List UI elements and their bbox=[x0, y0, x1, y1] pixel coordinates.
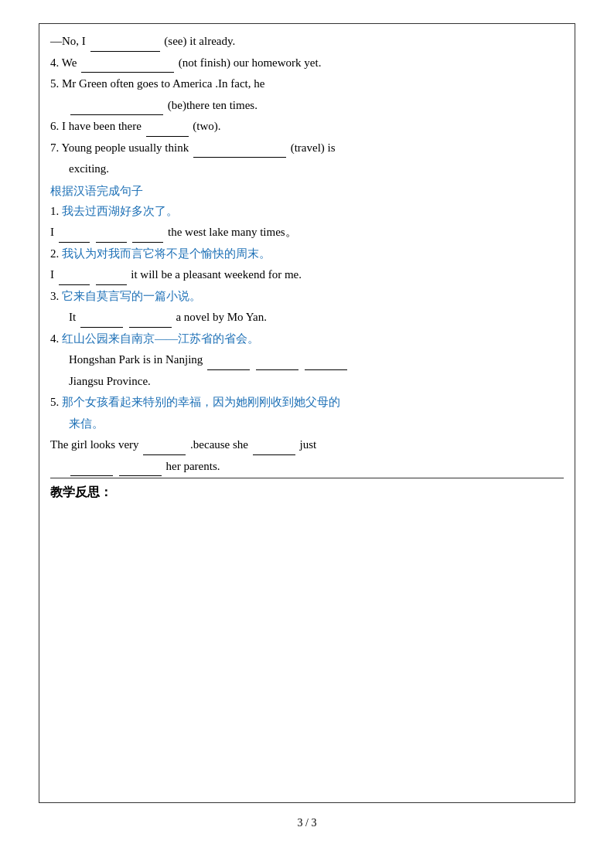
blank-cn1-3 bbox=[132, 242, 163, 243]
text-mr-green: Mr Green often goes to America .In fact,… bbox=[62, 77, 264, 90]
text-young-people: Young people usually think bbox=[61, 141, 189, 154]
cn5-english-b: her parents. bbox=[50, 457, 564, 477]
text-we: We bbox=[62, 56, 77, 69]
text-no-i: —No, I bbox=[50, 35, 86, 47]
num-4: 4. bbox=[50, 56, 59, 69]
cn5-en-start: The girl looks very bbox=[50, 438, 139, 451]
cn1-chinese: 1. 我去过西湖好多次了。 bbox=[50, 202, 564, 222]
text-exciting: exciting. bbox=[69, 162, 109, 175]
cn3-english: It a novel by Mo Yan. bbox=[50, 308, 564, 328]
line-5b-be: (be)there ten times. bbox=[50, 96, 564, 116]
jiaoxue-label: 教学反思： bbox=[50, 485, 564, 501]
cn5-chinese-a: 5. 那个女孩看起来特别的幸福，因为她刚刚收到她父母的 bbox=[50, 393, 564, 413]
cn5-english-a: The girl looks very .because she just bbox=[50, 435, 564, 455]
cn5-en-just: just bbox=[300, 438, 317, 451]
cn3-chinese: 3. 它来自莫言写的一篇小说。 bbox=[50, 287, 564, 307]
line-7b-exciting: exciting. bbox=[50, 159, 564, 179]
blank-cn4-2 bbox=[256, 369, 298, 370]
text-be-hint: (be)there ten times. bbox=[168, 99, 258, 111]
cn4-en-end: Jiangsu Province. bbox=[69, 375, 151, 387]
blank-see bbox=[90, 51, 160, 52]
blank-cn4-3 bbox=[305, 369, 347, 370]
num-6: 6. bbox=[50, 120, 59, 132]
cn5-text2: 来信。 bbox=[69, 417, 104, 430]
num-7: 7. bbox=[50, 141, 59, 154]
cn3-num: 3. bbox=[50, 290, 59, 302]
cn3-en-end: a novel by Mo Yan. bbox=[176, 311, 267, 323]
cn4-english-b: Jiangsu Province. bbox=[50, 372, 564, 392]
blank-cn2-1 bbox=[59, 284, 90, 285]
main-content: —No, I (see) it already. 4. We (not fini… bbox=[39, 23, 575, 803]
line-6: 6. I have been there (two). bbox=[50, 117, 564, 137]
blank-cn5-1 bbox=[143, 454, 186, 455]
cn1-text: 我去过西湖好多次了。 bbox=[62, 205, 178, 217]
cn2-en-i: I bbox=[50, 268, 54, 281]
page-number: 3 / 3 bbox=[39, 817, 575, 829]
cn1-english: I the west lake many times。 bbox=[50, 223, 564, 243]
line-5-mr-green: 5. Mr Green often goes to America .In fa… bbox=[50, 74, 564, 94]
blank-cn3-2 bbox=[129, 327, 172, 328]
cn5-text: 那个女孩看起来特别的幸福，因为她刚刚收到她父母的 bbox=[62, 396, 340, 408]
section-title-chinese: 根据汉语完成句子 bbox=[50, 184, 564, 199]
blank-cn5-2 bbox=[253, 454, 295, 455]
blank-cn5-4 bbox=[119, 475, 162, 476]
blank-two bbox=[146, 136, 189, 137]
cn2-text: 我认为对我而言它将不是个愉快的周末。 bbox=[62, 247, 271, 260]
cn4-num: 4. bbox=[50, 332, 59, 345]
blank-not-finish bbox=[81, 72, 174, 73]
cn5-en-because: .because she bbox=[190, 438, 248, 451]
blank-cn4-1 bbox=[207, 369, 250, 370]
cn1-en-end: the west lake many times。 bbox=[168, 226, 297, 238]
blank-cn3-1 bbox=[80, 327, 123, 328]
num-5: 5. bbox=[50, 77, 59, 90]
cn4-text: 红山公园来自南京——江苏省的省会。 bbox=[62, 332, 259, 345]
text-have-been: I have been there bbox=[62, 120, 142, 132]
cn1-num: 1. bbox=[50, 205, 59, 217]
line-no-i: —No, I (see) it already. bbox=[50, 32, 564, 52]
footer-section: 教学反思： bbox=[50, 478, 564, 563]
cn1-en-i: I bbox=[50, 226, 54, 238]
cn4-chinese: 4. 红山公园来自南京——江苏省的省会。 bbox=[50, 329, 564, 349]
blank-be bbox=[70, 114, 163, 115]
text-two-hint: (two). bbox=[193, 120, 220, 132]
line-4: 4. We (not finish) our homework yet. bbox=[50, 53, 564, 73]
cn2-en-end: it will be a pleasant weekend for me. bbox=[131, 268, 302, 281]
blank-travel bbox=[193, 157, 286, 158]
cn5-en-parents: her parents. bbox=[166, 460, 220, 472]
text-travel-hint: (travel) is bbox=[291, 141, 336, 154]
cn2-chinese: 2. 我认为对我而言它将不是个愉快的周末。 bbox=[50, 244, 564, 264]
cn2-english: I it will be a pleasant weekend for me. bbox=[50, 265, 564, 285]
cn3-en-it: It bbox=[69, 311, 76, 323]
blank-cn1-2 bbox=[96, 242, 127, 243]
footer-area bbox=[50, 501, 564, 563]
cn4-english-a: Hongshan Park is in Nanjing bbox=[50, 350, 564, 370]
cn5-chinese-b: 来信。 bbox=[50, 414, 564, 434]
cn3-text: 它来自莫言写的一篇小说。 bbox=[62, 290, 201, 302]
text-see-hint: (see) it already. bbox=[164, 35, 235, 47]
cn2-num: 2. bbox=[50, 247, 59, 260]
text-not-finish-hint: (not finish) our homework yet. bbox=[179, 56, 322, 69]
blank-cn5-3 bbox=[70, 475, 113, 476]
blank-cn1-1 bbox=[59, 242, 90, 243]
cn5-num: 5. bbox=[50, 396, 59, 408]
blank-cn2-2 bbox=[96, 284, 127, 285]
page-container: —No, I (see) it already. 4. We (not fini… bbox=[0, 0, 614, 868]
cn4-en-start: Hongshan Park is in Nanjing bbox=[69, 353, 203, 366]
line-7-young: 7. Young people usually think (travel) i… bbox=[50, 138, 564, 158]
